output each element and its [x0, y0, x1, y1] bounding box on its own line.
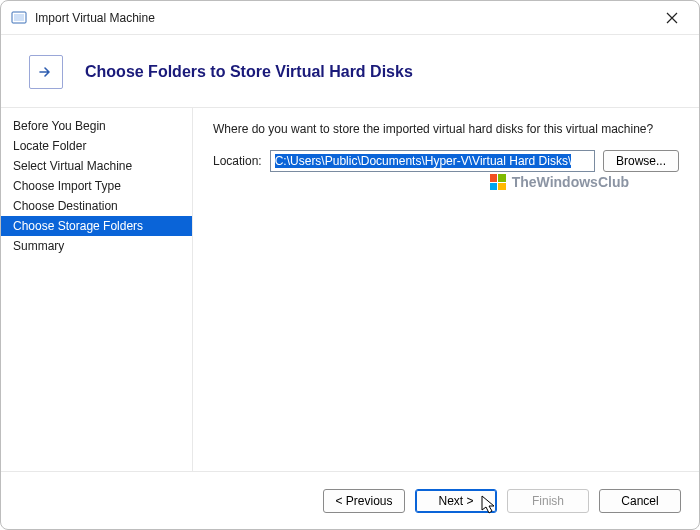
wizard-window: Import Virtual Machine Choose Folders to…	[0, 0, 700, 530]
step-locate-folder[interactable]: Locate Folder	[1, 136, 192, 156]
location-input[interactable]	[270, 150, 595, 172]
cancel-button[interactable]: Cancel	[599, 489, 681, 513]
step-choose-destination[interactable]: Choose Destination	[1, 196, 192, 216]
watermark: TheWindowsClub	[490, 174, 629, 190]
step-choose-storage-folders[interactable]: Choose Storage Folders	[1, 216, 192, 236]
import-icon	[29, 55, 63, 89]
previous-button[interactable]: < Previous	[323, 489, 405, 513]
location-row: Location: Browse...	[213, 150, 679, 172]
finish-button: Finish	[507, 489, 589, 513]
close-button[interactable]	[651, 3, 693, 33]
location-label: Location:	[213, 154, 262, 168]
step-select-vm[interactable]: Select Virtual Machine	[1, 156, 192, 176]
prompt-text: Where do you want to store the imported …	[213, 122, 679, 136]
step-before-you-begin[interactable]: Before You Begin	[1, 116, 192, 136]
browse-button[interactable]: Browse...	[603, 150, 679, 172]
page-title: Choose Folders to Store Virtual Hard Dis…	[85, 63, 413, 81]
step-summary[interactable]: Summary	[1, 236, 192, 256]
wizard-steps: Before You Begin Locate Folder Select Vi…	[1, 108, 193, 471]
next-button[interactable]: Next >	[415, 489, 497, 513]
windows-logo-icon	[490, 174, 506, 190]
step-choose-import-type[interactable]: Choose Import Type	[1, 176, 192, 196]
titlebar: Import Virtual Machine	[1, 1, 699, 35]
svg-rect-1	[14, 14, 24, 21]
page-header: Choose Folders to Store Virtual Hard Dis…	[1, 35, 699, 107]
window-title: Import Virtual Machine	[35, 11, 155, 25]
wizard-footer: < Previous Next > Finish Cancel	[1, 471, 699, 529]
watermark-text: TheWindowsClub	[512, 174, 629, 190]
wizard-body: Before You Begin Locate Folder Select Vi…	[1, 107, 699, 471]
wizard-content: Where do you want to store the imported …	[193, 108, 699, 471]
app-icon	[11, 10, 27, 26]
